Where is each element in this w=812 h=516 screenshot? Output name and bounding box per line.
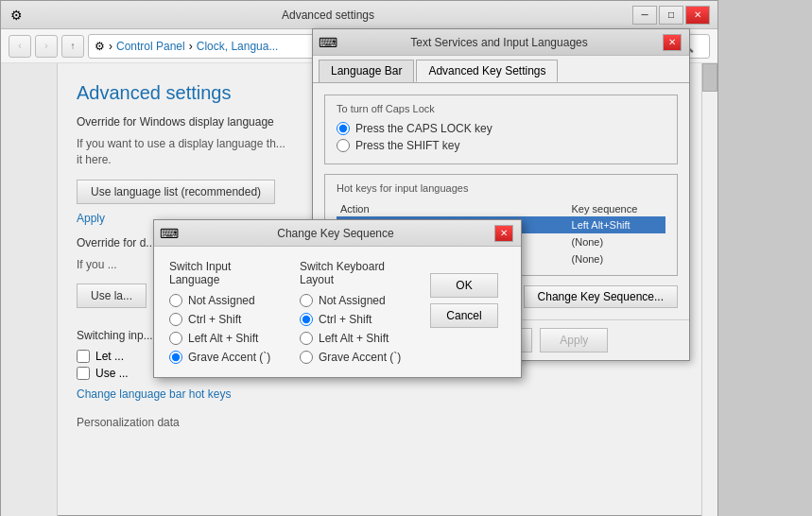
close-button[interactable]: ✕ [685,6,710,25]
change-key-sequence-button[interactable]: Change Key Sequence... [524,285,678,308]
recommend-button[interactable]: Use language list (recommended) [77,180,275,204]
change-key-sequence-dialog: ⌨ Change Key Sequence ✕ Switch Input Lan… [153,219,522,378]
caps-lock-radio-1[interactable] [337,122,350,135]
scrollbar-right[interactable] [701,63,717,516]
sil-radio-4[interactable] [169,351,182,364]
skl-label-1: Not Assigned [319,294,386,307]
ts-dialog-icon: ⌨ [320,35,336,50]
caps-lock-radio-row-1: Press the CAPS LOCK key [337,122,665,135]
skl-radio-row-3: Left Alt + Shift [300,332,407,345]
use-lang-button[interactable]: Use la... [77,284,147,308]
checkbox-let-label: Let ... [95,350,124,363]
scroll-thumb[interactable] [702,63,717,92]
cks-cancel-button[interactable]: Cancel [430,303,498,328]
skl-radio-row-1: Not Assigned [300,294,407,307]
col-key-sequence: Key sequence [568,201,665,216]
caps-lock-title: To turn off Caps Lock [337,103,665,114]
forward-button[interactable]: › [35,35,58,58]
skl-label-3: Left Alt + Shift [319,332,389,345]
title-bar-controls: ─ □ ✕ [632,6,710,25]
title-bar-left: ⚙ [9,8,24,23]
row1-sequence: Left Alt+Shift [568,216,665,233]
checkbox-use-label: Use ... [95,367,129,380]
sil-radio-group: Not Assigned Ctrl + Shift Left Alt + Shi… [169,294,277,364]
ts-dialog-title: Text Services and Input Languages [336,36,663,49]
app-icon: ⚙ [9,8,24,23]
skl-radio-3[interactable] [300,332,313,345]
skl-radio-2[interactable] [300,313,313,326]
sil-radio-1[interactable] [169,294,182,307]
back-button[interactable]: ‹ [9,35,31,58]
switch-input-language-column: Switch Input Language Not Assigned Ctrl … [169,260,277,364]
skl-label-4: Grave Accent (`) [319,351,401,364]
skl-radio-group: Not Assigned Ctrl + Shift Left Alt + Shi… [300,294,407,364]
caps-lock-radio-row-2: Press the SHIFT key [337,139,665,152]
cks-title-bar: ⌨ Change Key Sequence ✕ [154,220,521,247]
sil-radio-row-4: Grave Accent (`) [169,351,277,364]
caps-lock-radio-2[interactable] [337,139,350,152]
cks-title-left: ⌨ [162,226,177,241]
cks-buttons: OK Cancel [430,273,506,364]
breadcrumb-separator1: › [109,40,112,53]
sil-radio-2[interactable] [169,313,182,326]
caps-lock-label-1: Press the CAPS LOCK key [355,122,492,135]
minimize-button[interactable]: ─ [632,6,657,25]
switch-keyboard-layout-column: Switch Keyboard Layout Not Assigned Ctrl… [300,260,407,364]
col-action: Action [337,201,568,216]
cks-close-button[interactable]: ✕ [494,225,513,242]
change-hotkeys-link[interactable]: Change language bar hot keys [77,387,699,401]
sidebar [1,63,58,516]
tab-language-bar[interactable]: Language Bar [319,60,414,82]
sil-radio-row-2: Ctrl + Shift [169,313,277,326]
cks-columns: Switch Input Language Not Assigned Ctrl … [169,260,506,364]
sil-radio-3[interactable] [169,332,182,345]
up-button[interactable]: ↑ [61,35,84,58]
maximize-button[interactable]: □ [659,6,683,25]
main-title-bar: ⚙ Advanced settings ─ □ ✕ [1,1,717,29]
ts-close-button[interactable]: ✕ [663,34,682,51]
breadcrumb-clock[interactable]: Clock, Langua... [197,40,279,53]
ts-tabs: Language Bar Advanced Key Settings [313,56,689,82]
personalization-title: Personalization data [77,416,699,429]
breadcrumb-control-panel[interactable]: Control Panel [116,40,185,53]
skl-radio-4[interactable] [300,351,313,364]
skl-radio-row-4: Grave Accent (`) [300,351,407,364]
ts-apply-button[interactable]: Apply [540,328,608,353]
personalization-section: Personalization data [77,416,699,429]
cks-dialog-icon: ⌨ [162,226,177,241]
sil-label-4: Grave Accent (`) [188,351,270,364]
sil-label-2: Ctrl + Shift [188,313,241,326]
caps-lock-group: To turn off Caps Lock Press the CAPS LOC… [324,95,678,164]
breadcrumb-separator2: › [189,40,193,53]
row3-sequence: (None) [568,250,665,267]
cks-dialog-title: Change Key Sequence [177,227,494,240]
sil-radio-row-1: Not Assigned [169,294,277,307]
hotkeys-title: Hot keys for input languages [337,182,665,194]
cks-body: Switch Input Language Not Assigned Ctrl … [154,247,521,377]
skl-radio-row-2: Ctrl + Shift [300,313,407,326]
sil-label-3: Left Alt + Shift [188,332,258,345]
checkbox-let[interactable] [77,350,90,363]
skl-radio-1[interactable] [300,294,313,307]
checkbox-use[interactable] [77,367,90,380]
tab-advanced-key-settings[interactable]: Advanced Key Settings [416,60,558,82]
caps-lock-label-2: Press the SHIFT key [355,139,459,152]
sil-radio-row-3: Left Alt + Shift [169,332,277,345]
skl-label-2: Ctrl + Shift [319,313,371,326]
sil-label-1: Not Assigned [188,294,255,307]
skl-title: Switch Keyboard Layout [300,260,407,286]
apply-link[interactable]: Apply [77,212,105,225]
row2-sequence: (None) [568,233,665,250]
ts-title-left: ⌨ [320,35,336,50]
ts-title-bar: ⌨ Text Services and Input Languages ✕ [313,29,689,56]
sil-title: Switch Input Language [169,260,277,286]
breadcrumb-icon: ⚙ [95,40,105,53]
main-window-title: Advanced settings [24,9,632,22]
cks-ok-button[interactable]: OK [430,273,498,298]
